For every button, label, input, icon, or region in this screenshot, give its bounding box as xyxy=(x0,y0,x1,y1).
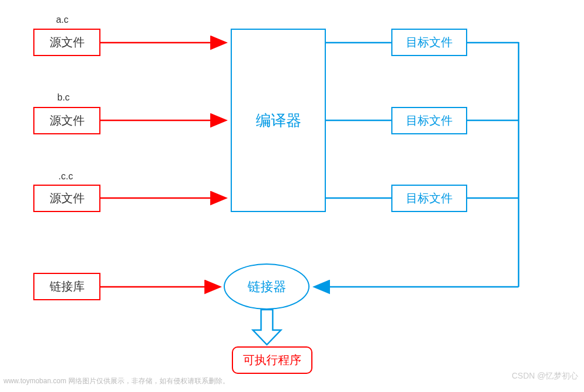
diagram-connectors xyxy=(0,0,584,392)
csdn-watermark: CSDN @忆梦初心 xyxy=(512,371,578,381)
footer-disclaimer: www.toymoban.com 网络图片仅供展示，非存储，如有侵权请联系删除。 xyxy=(4,376,230,386)
